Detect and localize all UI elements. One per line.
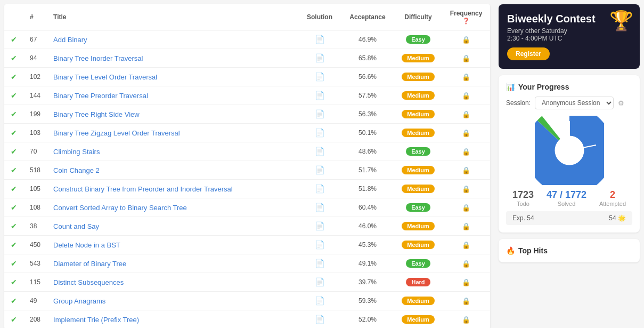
problem-title-link[interactable]: Binary Tree Preorder Traversal: [53, 92, 148, 100]
check-icon: ✔: [11, 147, 17, 156]
table-row: ✔ 115 Distinct Subsequences 📄 39.7% Hard…: [4, 273, 490, 292]
problem-num: 70: [23, 142, 47, 161]
difficulty-badge: Easy: [406, 147, 430, 156]
problem-title-link[interactable]: Climbing Stairs: [53, 148, 100, 156]
difficulty-cell: Medium: [394, 292, 442, 310]
solution-doc-icon[interactable]: 📄: [315, 296, 325, 305]
frequency-cell: 🔒: [442, 310, 490, 329]
check-icon: ✔: [11, 203, 17, 212]
frequency-cell: 🔒: [442, 236, 490, 254]
solution-cell: 📄: [298, 68, 341, 86]
solved-check: ✔: [4, 217, 23, 236]
solution-doc-icon[interactable]: 📄: [315, 277, 325, 286]
check-icon: ✔: [11, 278, 17, 286]
problem-title-cell: Climbing Stairs: [47, 142, 298, 161]
solution-doc-icon[interactable]: 📄: [315, 203, 325, 212]
col-header-difficulty: Difficulty: [394, 4, 442, 30]
gear-icon[interactable]: ⚙: [618, 99, 624, 107]
solution-doc-icon[interactable]: 📄: [315, 221, 325, 230]
lock-icon: 🔒: [462, 222, 470, 230]
frequency-cell: 🔒: [442, 198, 490, 217]
solution-doc-icon[interactable]: 📄: [315, 184, 325, 193]
register-button[interactable]: Register: [507, 47, 550, 60]
table-row: ✔ 108 Convert Sorted Array to Binary Sea…: [4, 198, 490, 217]
solution-doc-icon[interactable]: 📄: [315, 91, 325, 100]
problem-title-link[interactable]: Coin Change 2: [53, 166, 100, 174]
problem-title-cell: Distinct Subsequences: [47, 273, 298, 292]
difficulty-cell: Medium: [394, 180, 442, 198]
lock-icon: 🔒: [462, 110, 470, 118]
check-icon: ✔: [11, 259, 17, 268]
problem-title-link[interactable]: Implement Trie (Prefix Tree): [53, 316, 139, 324]
problem-title-link[interactable]: Binary Tree Level Order Traversal: [53, 73, 157, 81]
frequency-help-icon[interactable]: ❓: [462, 18, 470, 24]
problems-table-container: # Title Solution Acceptance Difficulty: [4, 4, 490, 328]
solved-check: ✔: [4, 68, 23, 86]
lock-icon: 🔒: [462, 316, 470, 324]
progress-card: 📊 Your Progress Session: Anonymous Sessi…: [499, 75, 640, 233]
todo-stat: 1723 Todo: [512, 189, 534, 207]
acceptance-cell: 46.9%: [341, 30, 394, 49]
frequency-cell: 🔒: [442, 292, 490, 310]
problem-title-link[interactable]: Distinct Subsequences: [53, 278, 124, 286]
contest-card: Biweekly Contest Every other Saturday 2:…: [499, 4, 640, 69]
solved-check: ✔: [4, 30, 23, 49]
difficulty-cell: Easy: [394, 30, 442, 49]
solution-doc-icon[interactable]: 📄: [315, 72, 325, 81]
col-header-solution: Solution: [298, 4, 341, 30]
solution-doc-icon[interactable]: 📄: [315, 35, 325, 44]
solution-cell: 📄: [298, 254, 341, 273]
problem-title-link[interactable]: Convert Sorted Array to Binary Search Tr…: [53, 204, 187, 212]
solution-doc-icon[interactable]: 📄: [315, 147, 325, 156]
attempted-stat: 2 Attempted: [599, 189, 626, 207]
problem-title-link[interactable]: Binary Tree Right Side View: [53, 110, 140, 118]
col-header-frequency: Frequency ❓: [442, 4, 490, 30]
exp-label: Exp. 54: [512, 214, 534, 222]
problem-num: 199: [23, 105, 47, 124]
sidebar: Biweekly Contest Every other Saturday 2:…: [499, 4, 640, 328]
top-hits-label: Top Hits: [518, 246, 548, 255]
lock-icon: 🔒: [462, 54, 470, 62]
table-row: ✔ 49 Group Anagrams 📄 59.3% Medium 🔒: [4, 292, 490, 310]
acceptance-cell: 60.4%: [341, 198, 394, 217]
problem-title-cell: Construct Binary Tree from Preorder and …: [47, 180, 298, 198]
solution-cell: 📄: [298, 292, 341, 310]
problem-title-link[interactable]: Construct Binary Tree from Preorder and …: [53, 185, 233, 193]
solution-doc-icon[interactable]: 📄: [315, 240, 325, 249]
problem-title-link[interactable]: Delete Node in a BST: [53, 241, 120, 249]
table-row: ✔ 144 Binary Tree Preorder Traversal 📄 5…: [4, 86, 490, 105]
problem-num: 49: [23, 292, 47, 310]
problem-title-link[interactable]: Binary Tree Zigzag Level Order Traversal: [53, 129, 180, 137]
solution-doc-icon[interactable]: 📄: [315, 53, 325, 62]
difficulty-cell: Hard: [394, 273, 442, 292]
solution-doc-icon[interactable]: 📄: [315, 259, 325, 268]
table-row: ✔ 103 Binary Tree Zigzag Level Order Tra…: [4, 124, 490, 142]
problem-title-link[interactable]: Diameter of Binary Tree: [53, 260, 126, 268]
problem-title-link[interactable]: Add Binary: [53, 36, 87, 44]
check-icon: ✔: [11, 241, 17, 249]
problem-title-link[interactable]: Group Anagrams: [53, 297, 105, 305]
session-select[interactable]: Anonymous Session: [535, 97, 614, 109]
solved-check: ✔: [4, 49, 23, 68]
lock-icon: 🔒: [462, 73, 470, 81]
table-row: ✔ 518 Coin Change 2 📄 51.7% Medium 🔒: [4, 161, 490, 180]
problem-title-link[interactable]: Binary Tree Inorder Traversal: [53, 54, 143, 62]
solution-doc-icon[interactable]: 📄: [315, 128, 325, 137]
check-icon: ✔: [11, 315, 17, 324]
solved-check: ✔: [4, 86, 23, 105]
difficulty-cell: Medium: [394, 105, 442, 124]
solution-doc-icon[interactable]: 📄: [315, 315, 325, 324]
problem-title-link[interactable]: Count and Say: [53, 222, 99, 230]
solved-check: ✔: [4, 105, 23, 124]
difficulty-badge: Medium: [402, 129, 435, 137]
solved-check: ✔: [4, 180, 23, 198]
title-header-label: Title: [53, 13, 66, 21]
table-row: ✔ 102 Binary Tree Level Order Traversal …: [4, 68, 490, 86]
problem-title-cell: Binary Tree Right Side View: [47, 105, 298, 124]
solution-cell: 📄: [298, 198, 341, 217]
difficulty-header-label: Difficulty: [404, 13, 431, 21]
solution-doc-icon[interactable]: 📄: [315, 109, 325, 118]
frequency-cell: 🔒: [442, 254, 490, 273]
solution-doc-icon[interactable]: 📄: [315, 165, 325, 174]
table-row: ✔ 105 Construct Binary Tree from Preorde…: [4, 180, 490, 198]
